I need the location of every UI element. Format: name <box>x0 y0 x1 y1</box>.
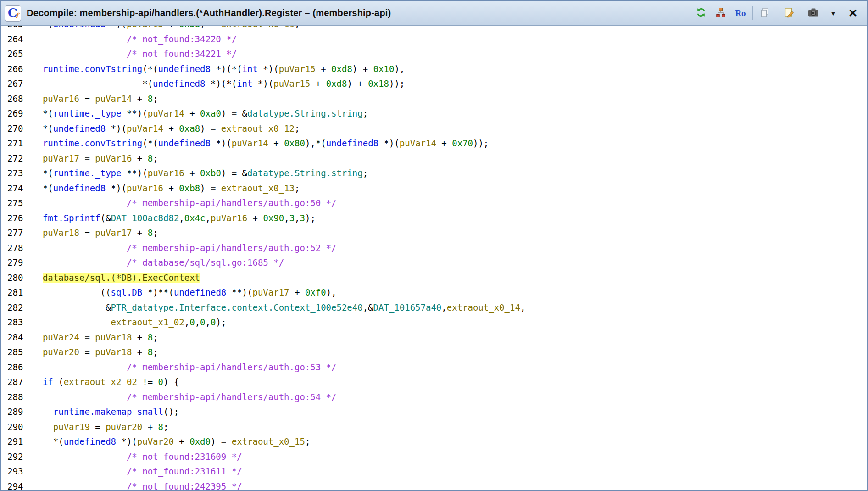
code-token[interactable]: 0xd8 <box>331 64 352 74</box>
code-token[interactable]: *)(*( <box>211 64 242 74</box>
code-token[interactable]: (*( <box>142 138 158 148</box>
code-token[interactable] <box>32 138 43 148</box>
code-token[interactable]: + <box>268 138 284 148</box>
code-token[interactable]: undefined8 <box>53 26 106 29</box>
code-token[interactable]: *)( <box>252 78 273 89</box>
code-token[interactable]: ; <box>363 168 368 178</box>
highlighted-function-token[interactable]: database/sql.(*DB).ExecContext <box>43 273 200 283</box>
code-token[interactable]: ( <box>53 377 64 387</box>
code-token[interactable]: /* not_found:231609 */ <box>127 452 242 462</box>
code-token[interactable] <box>32 422 53 432</box>
code-token[interactable]: + <box>163 183 179 193</box>
code-token[interactable]: ; <box>163 422 168 432</box>
code-line[interactable]: 278 /* membership-api/handlers/auth.go:5… <box>1 240 867 256</box>
code-token[interactable]: *)( <box>106 26 127 29</box>
code-token[interactable]: 0xb0 <box>200 168 221 178</box>
code-token[interactable]: sql.DB <box>111 287 143 297</box>
code-token[interactable]: puVar14 <box>400 138 436 148</box>
code-token[interactable]: puVar19 <box>53 422 90 432</box>
code-token[interactable]: + <box>184 108 200 118</box>
code-token[interactable]: (*( <box>142 64 158 74</box>
code-line[interactable]: 274 *(undefined8 *)(puVar16 + 0xb8) = ex… <box>1 181 867 196</box>
code-token[interactable]: /* not_found:34220 */ <box>127 34 237 44</box>
code-token[interactable]: ; <box>153 332 158 342</box>
code-line[interactable]: 292 /* not_found:231609 */ <box>1 449 867 464</box>
code-token[interactable]: 3 <box>289 213 295 223</box>
code-token[interactable]: 0x70 <box>452 138 473 148</box>
code-token[interactable] <box>32 347 43 357</box>
code-token[interactable]: PTR_datatype.Interface.context.Context_1… <box>111 302 363 312</box>
code-line[interactable]: 283 extraout_x1_02,0,0,0); <box>1 315 867 330</box>
code-token[interactable]: **)( <box>226 287 252 297</box>
code-token[interactable]: puVar14 <box>127 123 163 134</box>
code-token[interactable]: ) = & <box>221 168 247 178</box>
code-token[interactable]: *)**( <box>142 287 174 297</box>
close-button[interactable]: ✕ <box>845 6 861 21</box>
code-token[interactable]: puVar14 <box>148 108 184 118</box>
code-line[interactable]: 289 runtime.makemap_small(); <box>1 404 867 419</box>
code-line[interactable]: 282 &PTR_datatype.Interface.context.Cont… <box>1 300 867 315</box>
code-token[interactable]: *( <box>32 123 53 134</box>
code-token[interactable]: ), <box>326 287 337 297</box>
code-token[interactable]: int <box>237 78 252 89</box>
code-token[interactable]: 0 <box>158 377 163 387</box>
code-token[interactable]: runtime._type <box>53 168 122 178</box>
code-token[interactable] <box>32 213 43 223</box>
code-token[interactable]: (( <box>32 287 111 297</box>
code-token[interactable]: puVar17 <box>252 287 289 297</box>
menu-dropdown-button[interactable]: ▼ <box>825 6 841 21</box>
code-token[interactable] <box>32 273 43 283</box>
code-token[interactable]: puVar15 <box>127 26 163 29</box>
code-token[interactable]: & <box>32 302 111 312</box>
code-token[interactable] <box>32 34 127 44</box>
code-token[interactable]: 0x58 <box>179 26 200 29</box>
code-token[interactable]: /* not_found:231611 */ <box>127 466 242 476</box>
code-token[interactable]: , <box>184 317 189 327</box>
code-token[interactable]: *)( <box>378 138 400 148</box>
code-token[interactable]: DAT_101657a40 <box>373 302 442 312</box>
code-token[interactable]: *( <box>32 168 53 178</box>
code-token[interactable]: + <box>316 64 331 74</box>
code-token[interactable]: ; <box>153 347 158 357</box>
code-token[interactable]: *( <box>32 108 53 118</box>
code-line[interactable]: 264 /* not_found:34220 */ <box>1 32 867 47</box>
code-token[interactable]: extraout_x0_14 <box>447 302 520 312</box>
code-token[interactable]: ,& <box>363 302 373 312</box>
code-line[interactable]: 290 puVar19 = puVar20 + 8; <box>1 419 867 435</box>
code-token[interactable]: /* database/sql/sql.go:1685 */ <box>127 257 284 268</box>
code-token[interactable]: ); <box>216 317 226 327</box>
code-token[interactable]: *)( <box>258 64 279 74</box>
code-token[interactable] <box>32 64 43 74</box>
code-token[interactable]: puVar20 <box>43 347 79 357</box>
code-token[interactable]: ) = <box>200 123 221 134</box>
code-token[interactable] <box>32 153 43 163</box>
code-token[interactable]: puVar15 <box>273 78 310 89</box>
code-token[interactable]: /* not_found:34221 */ <box>127 49 237 59</box>
code-token[interactable]: undefined8 <box>174 287 226 297</box>
code-token[interactable]: 8 <box>148 153 153 163</box>
code-token[interactable]: **)( <box>121 168 147 178</box>
code-token[interactable]: + <box>132 332 147 342</box>
code-token[interactable]: extraout_x2_02 <box>64 377 137 387</box>
code-token[interactable]: *( <box>32 26 53 29</box>
code-token[interactable]: *( <box>32 183 53 193</box>
code-token[interactable]: , <box>206 317 211 327</box>
code-token[interactable]: undefined8 <box>53 123 106 134</box>
code-line[interactable]: 272 puVar17 = puVar16 + 8; <box>1 151 867 166</box>
code-token[interactable]: + <box>310 78 326 89</box>
code-token[interactable]: + <box>132 94 147 104</box>
edit-button[interactable] <box>781 6 797 21</box>
code-token[interactable]: ; <box>363 108 368 118</box>
code-token[interactable]: 0x18 <box>368 78 389 89</box>
code-token[interactable]: + <box>163 26 179 29</box>
code-token[interactable]: undefined8 <box>326 138 378 148</box>
code-token[interactable]: , <box>441 302 446 312</box>
code-token[interactable]: fmt.Sprintf <box>43 213 100 223</box>
code-token[interactable]: + <box>436 138 452 148</box>
code-token[interactable]: + <box>132 153 147 163</box>
code-token[interactable]: 0x4c <box>184 213 206 223</box>
title-bar[interactable]: C f Decompile: membership-api/handlers.(… <box>1 1 867 26</box>
code-token[interactable]: ); <box>305 213 316 223</box>
code-token[interactable]: + <box>247 213 263 223</box>
code-token[interactable]: + <box>132 347 147 357</box>
